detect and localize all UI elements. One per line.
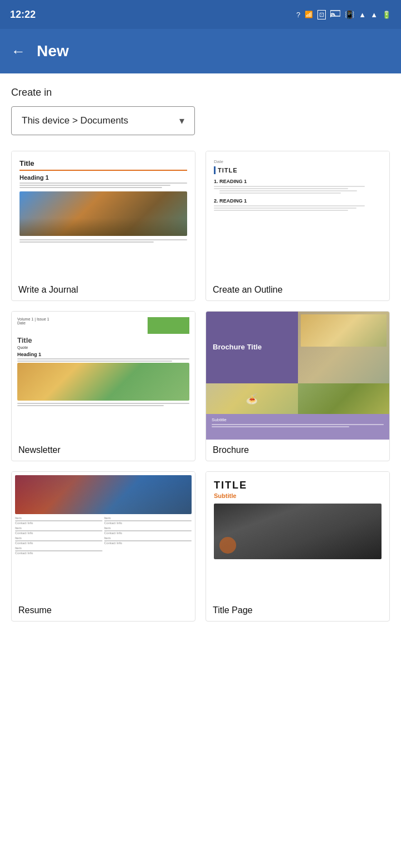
template-preview-title-page: TITLE Subtitle (206, 472, 389, 600)
newsletter-image (17, 363, 189, 401)
signal-strength-icon: ▲ (370, 11, 378, 19)
template-preview-outline: Date TITLE 1. READING 1 (206, 151, 389, 279)
contact-label-1: Item (15, 516, 102, 520)
brochure-bottom-row: 🍝 (206, 383, 389, 414)
brochure-food-image (298, 312, 390, 383)
brochure-purple-box: Brochure Title (206, 312, 298, 383)
resume-header-image (15, 475, 192, 514)
newsletter-heading: Heading 1 (17, 352, 189, 357)
status-time: 12:22 (10, 9, 36, 21)
template-card-brochure[interactable]: Brochure Title 🍝 Subtitle Brochure (206, 311, 390, 461)
title-page-subtitle: Subtitle (214, 492, 382, 499)
header: ← New (0, 29, 401, 73)
newsletter-preview-title: Title (17, 336, 189, 344)
signal-unknown-icon: ? (296, 11, 300, 19)
template-preview-resume: ItemContact Info ItemContact Info ItemCo… (12, 472, 195, 600)
title-page-title: TITLE (214, 480, 382, 491)
template-preview-newsletter: Volume 1 | Issue 1 Date Title Quote Head… (12, 312, 195, 440)
location-text: This device > Documents (22, 115, 128, 126)
title-page-image (214, 504, 382, 559)
template-label-brochure: Brochure (206, 440, 389, 461)
journal-preview-title: Title (19, 159, 187, 167)
template-card-newsletter[interactable]: Volume 1 | Issue 1 Date Title Quote Head… (11, 311, 195, 461)
outline-section-1: 1. READING 1 (214, 179, 382, 184)
brochure-subtitle-area: Subtitle (206, 414, 389, 440)
brochure-pasta-image: 🍝 (206, 383, 298, 414)
newsletter-quote: Quote (17, 346, 189, 349)
template-card-title-page[interactable]: TITLE Subtitle Title Page (206, 471, 390, 622)
back-button[interactable]: ← (11, 44, 26, 58)
contact-label-2: Item (104, 516, 192, 520)
page-title: New (37, 42, 69, 60)
journal-image (19, 191, 187, 236)
newsletter-vol: Volume 1 | Issue 1 (17, 317, 49, 321)
screenshot-icon: ⊡ (317, 10, 326, 19)
template-grid: Title Heading 1 Write a Journal (11, 151, 390, 622)
template-label-newsletter: Newsletter (12, 440, 195, 461)
wifi-icon: ▲ (359, 11, 366, 19)
template-label-resume: Resume (12, 600, 195, 621)
resume-contact-grid: ItemContact Info ItemContact Info ItemCo… (15, 516, 192, 555)
brochure-top: Brochure Title (206, 312, 389, 383)
brochure-subtitle: Subtitle (212, 417, 384, 422)
outline-title: TITLE (218, 167, 238, 174)
journal-heading: Heading 1 (19, 174, 187, 181)
status-icons: ? 📶 ⊡ 📳 ▲ ▲ 🔋 (296, 9, 391, 19)
template-preview-journal: Title Heading 1 (12, 151, 195, 279)
template-label-title-page: Title Page (206, 600, 389, 621)
battery-icon: 🔋 (382, 11, 391, 19)
outline-section-2: 2. READING 1 (214, 198, 382, 204)
template-card-journal[interactable]: Title Heading 1 Write a Journal (11, 151, 195, 301)
outline-date: Date (214, 159, 382, 164)
journal-orange-divider (19, 170, 187, 171)
newsletter-green-box (148, 317, 189, 334)
template-card-resume[interactable]: ItemContact Info ItemContact Info ItemCo… (11, 471, 195, 622)
template-label-outline: Create an Outline (206, 279, 389, 300)
dropdown-arrow-icon: ▾ (179, 115, 184, 127)
status-bar: 12:22 ? 📶 ⊡ 📳 ▲ ▲ 🔋 (0, 0, 401, 29)
location-selector[interactable]: This device > Documents ▾ (11, 106, 195, 135)
cast-icon (330, 9, 340, 19)
create-in-label: Create in (11, 87, 390, 98)
brochure-salad-image (298, 383, 390, 414)
template-card-outline[interactable]: Date TITLE 1. READING 1 (206, 151, 390, 301)
signal-icon: 📶 (305, 11, 313, 18)
main-content: Create in This device > Documents ▾ Titl… (0, 73, 401, 868)
vibrate-icon: 📳 (345, 10, 354, 19)
template-label-journal: Write a Journal (12, 279, 195, 300)
brochure-preview-title: Brochure Title (213, 343, 291, 352)
template-preview-brochure: Brochure Title 🍝 Subtitle (206, 312, 389, 440)
